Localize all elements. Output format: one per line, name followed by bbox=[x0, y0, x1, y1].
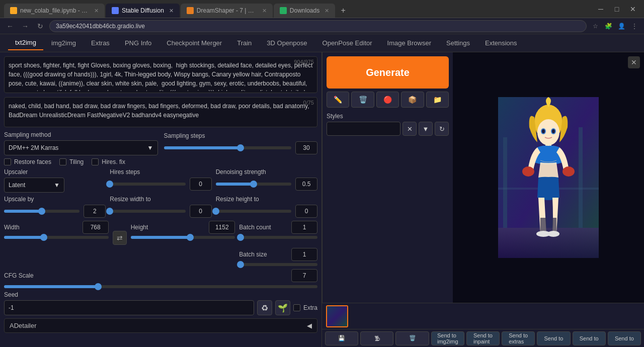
minimize-button[interactable]: ─ bbox=[594, 2, 608, 16]
styles-refresh-button[interactable]: ↻ bbox=[435, 122, 449, 136]
sampling-steps-thumb[interactable] bbox=[237, 144, 244, 151]
tab-dl-close[interactable]: ✕ bbox=[325, 8, 329, 14]
sampling-steps-track[interactable] bbox=[164, 146, 292, 149]
send-to-1-button[interactable]: Send to bbox=[537, 331, 570, 345]
sampling-steps-value[interactable]: 30 bbox=[295, 141, 317, 154]
send-to-2-button[interactable]: Send to bbox=[573, 331, 606, 345]
tab-downloads[interactable]: Downloads ✕ bbox=[274, 4, 335, 18]
batch-size-thumb[interactable] bbox=[237, 261, 244, 268]
seed-input[interactable]: -1 bbox=[4, 300, 254, 315]
send-to-img2img-button[interactable]: Send toimg2img bbox=[431, 331, 464, 345]
upscale-by-track[interactable] bbox=[4, 210, 79, 213]
tab-ds-close[interactable]: ✕ bbox=[262, 8, 267, 14]
extra-checkbox-box[interactable] bbox=[293, 304, 300, 311]
seed-recycle-button[interactable]: 🌱 bbox=[275, 300, 290, 315]
trash-tool-button[interactable]: 🗑️ bbox=[351, 92, 374, 108]
resize-width-thumb[interactable] bbox=[106, 208, 113, 215]
height-track[interactable] bbox=[131, 236, 235, 239]
forward-button[interactable]: → bbox=[19, 20, 31, 32]
profile-button[interactable]: 👤 bbox=[616, 21, 627, 32]
resize-height-thumb[interactable] bbox=[212, 208, 219, 215]
resize-width-value[interactable]: 0 bbox=[190, 205, 212, 218]
nav-tab-img2img[interactable]: img2img bbox=[44, 36, 83, 50]
trash-button[interactable]: 🗑️ bbox=[395, 331, 429, 345]
image-close-button[interactable]: ✕ bbox=[628, 56, 640, 68]
cfg-track[interactable] bbox=[4, 285, 317, 288]
zip-button[interactable]: 🗜 bbox=[360, 331, 393, 345]
pen-tool-button[interactable]: ✏️ bbox=[327, 92, 349, 108]
stop-tool-button[interactable]: 🔴 bbox=[376, 92, 399, 108]
width-value[interactable]: 768 bbox=[83, 221, 109, 234]
tab-colab[interactable]: new_colab_file.ipynb - Colabora... ✕ bbox=[4, 4, 105, 18]
cfg-value[interactable]: 7 bbox=[291, 269, 317, 282]
tab-dreamsharper[interactable]: DreamShaper - 7 | Stable Diffusi... ✕ bbox=[181, 4, 273, 18]
address-bar[interactable]: 3a59ec42041dbb46cb.gradio.live bbox=[49, 20, 587, 32]
width-thumb[interactable] bbox=[40, 234, 47, 241]
styles-down-button[interactable]: ▼ bbox=[419, 122, 433, 136]
cfg-thumb[interactable] bbox=[95, 283, 102, 290]
hires-fix-box[interactable] bbox=[92, 158, 99, 165]
reload-button[interactable]: ↻ bbox=[34, 20, 46, 32]
tab-stable-diffusion[interactable]: Stable Diffusion ✕ bbox=[106, 4, 180, 18]
tiling-box[interactable] bbox=[59, 158, 66, 165]
bookmark-button[interactable]: ☆ bbox=[590, 21, 601, 32]
restore-faces-checkbox[interactable]: Restore faces bbox=[4, 158, 51, 165]
send-to-3-button[interactable]: Send to bbox=[608, 331, 641, 345]
nav-tab-extras[interactable]: Extras bbox=[84, 36, 117, 50]
upscale-by-thumb[interactable] bbox=[38, 208, 45, 215]
styles-input[interactable] bbox=[327, 122, 400, 136]
batch-count-thumb[interactable] bbox=[237, 234, 244, 241]
nav-tab-extensions[interactable]: Extensions bbox=[478, 36, 524, 50]
back-button[interactable]: ← bbox=[4, 20, 16, 32]
save-button[interactable]: 💾 bbox=[325, 331, 358, 345]
nav-tab-settings[interactable]: Settings bbox=[439, 36, 477, 50]
width-track[interactable] bbox=[4, 236, 109, 239]
extra-checkbox[interactable]: Extra bbox=[293, 300, 317, 315]
batch-count-track[interactable] bbox=[239, 236, 317, 239]
tab-sd-close[interactable]: ✕ bbox=[169, 8, 174, 14]
nav-tab-txt2img[interactable]: txt2img bbox=[8, 36, 43, 50]
hires-steps-thumb[interactable] bbox=[106, 181, 113, 188]
styles-close-button[interactable]: ✕ bbox=[403, 122, 417, 136]
folder-tool-button[interactable]: 📁 bbox=[426, 92, 449, 108]
extensions-button[interactable]: 🧩 bbox=[603, 21, 614, 32]
maximize-button[interactable]: □ bbox=[610, 2, 624, 16]
nav-tab-png-info[interactable]: PNG Info bbox=[118, 36, 158, 50]
seed-dice-button[interactable]: ♻ bbox=[257, 300, 272, 315]
negative-prompt-input[interactable]: naked, child, bad hand, bad draw, bad dr… bbox=[5, 98, 317, 125]
send-to-inpaint-button[interactable]: Send toinpaint bbox=[466, 331, 500, 345]
close-button[interactable]: ✕ bbox=[626, 2, 640, 16]
send-to-extras-button[interactable]: Send toextras bbox=[502, 331, 535, 345]
hires-steps-track[interactable] bbox=[110, 183, 185, 186]
batch-size-track[interactable] bbox=[239, 263, 317, 266]
resize-height-value[interactable]: 0 bbox=[295, 205, 317, 218]
generate-button[interactable]: Generate bbox=[327, 56, 449, 89]
nav-tab-image-browser[interactable]: Image Browser bbox=[380, 36, 438, 50]
restore-faces-box[interactable] bbox=[4, 158, 11, 165]
positive-prompt-input[interactable]: sport shoes, fighter, fight, fight Glove… bbox=[5, 57, 317, 91]
thumbnail-1[interactable] bbox=[326, 305, 348, 327]
menu-button[interactable]: ⋮ bbox=[629, 21, 640, 32]
swap-dims-button[interactable]: ⇄ bbox=[113, 231, 127, 245]
batch-size-value[interactable]: 1 bbox=[291, 248, 317, 261]
zip-tool-button[interactable]: 📦 bbox=[401, 92, 424, 108]
height-value[interactable]: 1152 bbox=[209, 221, 235, 234]
denoising-track[interactable] bbox=[216, 183, 291, 186]
new-tab-button[interactable]: + bbox=[336, 4, 350, 18]
resize-height-track[interactable] bbox=[216, 210, 291, 213]
nav-tab-openpose-editor[interactable]: OpenPose Editor bbox=[315, 36, 379, 50]
hires-fix-checkbox[interactable]: Hires. fix bbox=[92, 158, 125, 165]
adetailer-row[interactable]: ADetailer ◀ bbox=[4, 318, 317, 333]
upscale-by-value[interactable]: 2 bbox=[84, 205, 106, 218]
tiling-checkbox[interactable]: Tiling bbox=[59, 158, 84, 165]
nav-tab-3d-openpose[interactable]: 3D Openpose bbox=[260, 36, 314, 50]
nav-tab-train[interactable]: Train bbox=[230, 36, 259, 50]
upscaler-select[interactable]: Latent ▼ bbox=[4, 178, 64, 193]
nav-tab-checkpoint-merger[interactable]: Checkpoint Merger bbox=[159, 36, 229, 50]
denoising-thumb[interactable] bbox=[250, 181, 257, 188]
height-thumb[interactable] bbox=[187, 234, 194, 241]
tab-colab-close[interactable]: ✕ bbox=[94, 8, 99, 14]
denoising-value[interactable]: 0.5 bbox=[295, 178, 317, 191]
resize-width-track[interactable] bbox=[110, 210, 185, 213]
batch-count-value[interactable]: 1 bbox=[291, 221, 317, 234]
